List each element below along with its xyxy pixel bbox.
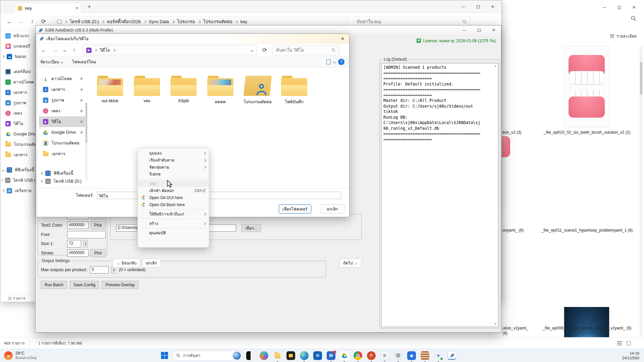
- forward-button[interactable]: →: [15, 18, 26, 25]
- thumbnail-view-icon[interactable]: [627, 341, 631, 345]
- sidebar-item-music[interactable]: ♪เพลง: [1, 108, 36, 118]
- folder-saved-files[interactable]: ไฟล์บันทึก: [276, 76, 313, 105]
- sidebar-item-pictures[interactable]: ▲รูปภาพ: [1, 98, 36, 108]
- forward-button[interactable]: →: [50, 47, 61, 54]
- folder-name-input[interactable]: วิดีโอ: [97, 192, 341, 199]
- select-folder-button[interactable]: เลือกโฟลเดอร์: [279, 204, 311, 214]
- stroke-pick-button[interactable]: Pick: [91, 249, 106, 257]
- sidebar-item-editing-folder[interactable]: 👤โปรแกรมตัดต่อ: [39, 138, 85, 148]
- minimize-button[interactable]: [456, 1, 471, 12]
- breadcrumb-item[interactable]: ไดรฟ์ USB (D:): [70, 18, 99, 25]
- taskbar-search[interactable]: การค้นหา: [172, 351, 242, 361]
- menu-item-refresh[interactable]: รีเฟรช: [138, 171, 209, 178]
- back-button[interactable]: ←: [38, 47, 50, 54]
- refresh-button[interactable]: ⟳: [38, 18, 49, 25]
- dark-window-app-icon[interactable]: [286, 351, 295, 360]
- outlook-icon[interactable]: ✉: [313, 351, 322, 360]
- folder-photos[interactable]: ตดดด: [202, 76, 239, 105]
- close-button[interactable]: ✕: [627, 2, 641, 13]
- details-view-button[interactable]: รายละเอียด: [610, 33, 637, 39]
- word-icon[interactable]: M: [327, 351, 335, 360]
- sidebar-item-gallery[interactable]: ▣แกลเลอรี: [1, 41, 36, 51]
- breadcrumb-item[interactable]: Sync Data: [149, 19, 169, 24]
- anydesk-icon[interactable]: ◆: [407, 351, 416, 360]
- sidebar-item-downloads[interactable]: ↓ดาวน์โหลด: [1, 77, 36, 87]
- sidebar-item-videos-selected[interactable]: ▶วิดีโอ: [39, 116, 85, 127]
- photos-icon[interactable]: [246, 351, 255, 360]
- run-batch-button[interactable]: Run Batch: [41, 281, 67, 289]
- dialog-close-button[interactable]: ✕: [341, 36, 344, 41]
- close-button[interactable]: ✕: [485, 1, 500, 12]
- breadcrumb-item[interactable]: โปรแกรม: [177, 18, 195, 25]
- breadcrumb-item[interactable]: key: [240, 19, 247, 24]
- menu-item-paste[interactable]: วาง: [138, 180, 209, 187]
- address-location[interactable]: วิดีโอ: [100, 47, 110, 54]
- text1-color-input[interactable]: #000000: [67, 222, 89, 229]
- new-folder-button[interactable]: โฟลเดอร์ใหม่: [72, 59, 96, 65]
- folder-out-tiktok[interactable]: out tiktok: [92, 76, 128, 103]
- max-outputs-input[interactable]: 5: [90, 266, 109, 274]
- sidebar-scrollbar[interactable]: [85, 103, 88, 181]
- sidebar-item-google-drive[interactable]: Google Drive: [39, 127, 85, 138]
- sidebar-item-this-pc[interactable]: 🖵พีซีเครื่องนี้: [39, 168, 85, 179]
- dialog-cancel-button[interactable]: ยกเลิก: [320, 204, 345, 214]
- weather-widget[interactable]: ☁ 29°C มีเมฆส่วนใหญ่: [0, 351, 84, 360]
- sidebar-item-onedrive[interactable]: ☁Naron: [1, 51, 36, 62]
- sidebar-item-videos[interactable]: ▶วิดีโอ: [1, 118, 36, 129]
- chrome-icon[interactable]: [354, 351, 362, 360]
- menu-item-give-access[interactable]: ให้สิทธิการเข้าถึงแก่: [138, 210, 209, 218]
- thumbnail-caption[interactable]: _file_ep009_02_epic_brush_solution_v2yam…: [537, 326, 637, 331]
- size1-input[interactable]: 72: [67, 240, 81, 247]
- vertical-scrollbar[interactable]: [640, 47, 643, 335]
- maximize-button[interactable]: [471, 1, 485, 12]
- menu-item-open-git-bash[interactable]: Open Git Bash here: [138, 201, 209, 208]
- stroke-input[interactable]: #000000: [67, 249, 89, 257]
- text1-color-pick-button[interactable]: Pick: [91, 221, 106, 229]
- sidebar-item-music[interactable]: ♪เพลง: [39, 106, 85, 116]
- sidebar-item-documents-folder[interactable]: เอกสาร: [39, 148, 85, 159]
- sidebar-item-documents[interactable]: ≡เอกสาร: [39, 84, 85, 95]
- thumbnail-teeth-photo-1[interactable]: [564, 46, 609, 127]
- up-button[interactable]: ↑: [68, 47, 80, 54]
- sidebar-item-usb-drive[interactable]: ▭ไดรฟ์ USB (D:): [39, 179, 85, 184]
- thumbnail-caption[interactable]: _file_ep011_scene1_hyperloop_problemyaml…: [537, 228, 637, 233]
- folder-shared-editing[interactable]: โปรแกรมตัดต่อ: [239, 76, 276, 105]
- document-app-icon[interactable]: ≣: [380, 351, 389, 360]
- menu-item-properties[interactable]: คุณสมบัติ: [138, 229, 209, 236]
- back-button[interactable]: ←: [4, 18, 15, 25]
- address-dropdown-icon[interactable]: [251, 49, 254, 51]
- breadcrumb-item[interactable]: โปรแกรมตัดต่อ: [203, 18, 232, 25]
- view-dropdown-icon[interactable]: [333, 60, 336, 63]
- sidebar-item-google-drive[interactable]: Google Drive: [1, 129, 36, 139]
- log-output-area[interactable]: [ADMIN] Scanned 1 products =============…: [381, 63, 498, 327]
- sidebar-item-desktop[interactable]: ⬛เดสก์ท็อป: [1, 66, 36, 77]
- up-button[interactable]: ↑: [26, 18, 38, 25]
- sidebar-item-home[interactable]: ⌂หน้าแรก: [1, 31, 36, 41]
- settings-gear-icon[interactable]: ⚙: [394, 351, 402, 360]
- menu-item-open-git-gui[interactable]: Open Git GUI here: [138, 194, 209, 201]
- size1-stepper[interactable]: ▲▼: [83, 240, 88, 247]
- powerpoint-icon[interactable]: P: [367, 351, 376, 360]
- dialog-search-input[interactable]: ค้นหาใน วิดีโอ: [272, 45, 339, 55]
- dialog-address-bar[interactable]: ▶ วิดีโอ: [83, 45, 257, 55]
- folder-veo[interactable]: veo: [128, 76, 165, 103]
- wizard-back-button[interactable]: ← ย้อนกลับ: [113, 258, 140, 267]
- maximize-button[interactable]: [472, 25, 486, 35]
- preview-overlay-button[interactable]: Preview Overlay: [102, 281, 138, 289]
- scroll-up-icon[interactable]: ▲: [493, 64, 497, 68]
- sidebar-item-documents[interactable]: ≡เอกสาร: [1, 87, 36, 98]
- menu-item-undo-copy[interactable]: เลิกทำ ตัดลอกCtrl+Z: [138, 187, 209, 194]
- close-button[interactable]: ✕: [486, 25, 501, 35]
- copilot-icon[interactable]: [260, 351, 268, 360]
- minimize-button[interactable]: [597, 2, 612, 13]
- drive-icon[interactable]: [340, 351, 349, 360]
- sidebar-item-usb-drive[interactable]: ▭ไดรฟ์ USB (D:): [1, 175, 36, 185]
- tab-key[interactable]: key ✕: [14, 3, 82, 13]
- menu-item-new[interactable]: สร้าง: [138, 220, 209, 227]
- refresh-button[interactable]: ⟳: [259, 47, 270, 54]
- sidebar-item-downloads[interactable]: ⭳ดาวน์โหลด: [39, 73, 85, 84]
- folder-xsplit[interactable]: XSplit: [165, 76, 202, 103]
- menu-item-group-by[interactable]: จัดกลุ่มตาม: [138, 164, 209, 171]
- wizard-cancel-button[interactable]: ยกเลิก: [142, 258, 161, 267]
- search-icon[interactable]: [631, 15, 637, 22]
